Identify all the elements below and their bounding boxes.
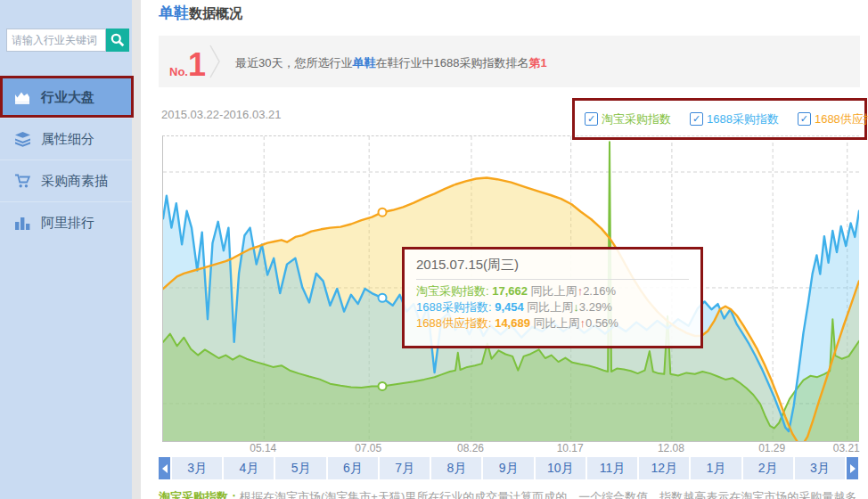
month-tab-4[interactable]: 6月 xyxy=(328,457,378,479)
tooltip-row: 1688采购指数: 9,454 同比上周↓3.29% xyxy=(416,299,689,315)
search-button[interactable] xyxy=(106,29,129,52)
month-tab-8[interactable]: 10月 xyxy=(536,457,585,479)
month-tab-7[interactable]: 9月 xyxy=(483,457,533,479)
pager-prev-button[interactable] xyxy=(159,457,170,479)
page-title-rest: 数据概况 xyxy=(189,5,242,20)
month-tab-11[interactable]: 1月 xyxy=(691,457,741,479)
pager-next-button[interactable] xyxy=(847,457,858,479)
rank-banner: No.1 最近30天，您所选行业单鞋在鞋行业中1688采购指数排名第1 xyxy=(159,36,860,87)
sidebar-item-label: 属性细分 xyxy=(41,131,94,148)
rank-no-value: 1 xyxy=(188,46,206,83)
rank-number: No.1 xyxy=(169,52,206,79)
chart-date-range: 2015.03.22-2016.03.21 xyxy=(161,108,281,121)
x-tick-label: 03.21 xyxy=(833,442,860,454)
legend-item-0[interactable]: ✓淘宝采购指数 xyxy=(585,111,671,127)
legend-label: 1688供应指数 xyxy=(815,111,868,127)
sidebar: 行业大盘属性细分采购商素描阿里排行 xyxy=(0,0,132,499)
rank-text-middle: 在鞋行业中1688采购指数排名 xyxy=(375,56,528,70)
note-text: 根据在淘宝市场(淘宝集市+天猫)里所在行业的成交量计算而成的，一个综合数值，指数… xyxy=(240,490,856,499)
page-title: 单鞋数据概况 xyxy=(159,3,242,23)
search-icon xyxy=(110,32,126,48)
sidebar-menu: 行业大盘属性细分采购商素描阿里排行 xyxy=(0,76,132,243)
index-definition-note: 淘宝采购指数：根据在淘宝市场(淘宝集市+天猫)里所在行业的成交量计算而成的，一个… xyxy=(159,489,856,499)
x-tick-label: 12.08 xyxy=(658,442,684,454)
sidebar-item-attribute-segment[interactable]: 属性细分 xyxy=(0,118,132,160)
rank-text-prefix: 最近30天，您所选行业 xyxy=(235,56,352,70)
sidebar-item-label: 阿里排行 xyxy=(41,215,94,232)
x-tick-label: 10.17 xyxy=(557,442,584,454)
tooltip-date: 2015.07.15(周三) xyxy=(416,257,689,280)
legend-item-2[interactable]: ✓1688供应指数 xyxy=(798,111,868,127)
divider-chevron-icon xyxy=(209,44,221,79)
checkbox-checked-icon[interactable]: ✓ xyxy=(798,112,811,126)
rank-text-rank: 第1 xyxy=(528,56,546,70)
sidebar-item-ali-ranking[interactable]: 阿里排行 xyxy=(0,201,132,243)
x-tick-label: 01.29 xyxy=(758,442,785,454)
x-tick-label: 05.14 xyxy=(250,442,276,454)
month-tab-9[interactable]: 11月 xyxy=(587,457,637,479)
month-tab-6[interactable]: 8月 xyxy=(431,457,481,479)
layers-icon xyxy=(14,132,31,147)
legend-label: 淘宝采购指数 xyxy=(602,111,671,127)
sidebar-item-industry-market[interactable]: 行业大盘 xyxy=(0,76,132,118)
bar-chart-icon xyxy=(14,216,31,231)
x-tick-label: 08.26 xyxy=(457,442,484,454)
annotation-box-legend: ✓淘宝采购指数✓1688采购指数✓1688供应指数 xyxy=(572,98,867,140)
month-tab-3[interactable]: 5月 xyxy=(275,457,325,479)
rank-text-keyword: 单鞋 xyxy=(352,56,375,70)
month-tab-12[interactable]: 2月 xyxy=(743,457,793,479)
checkbox-checked-icon[interactable]: ✓ xyxy=(585,112,598,126)
legend-item-1[interactable]: ✓1688采购指数 xyxy=(690,111,779,127)
tooltip-rows: 淘宝采购指数: 17,662 同比上周↑2.16%1688采购指数: 9,454… xyxy=(416,283,689,331)
month-tab-10[interactable]: 12月 xyxy=(639,457,689,479)
month-tab-13[interactable]: 3月 xyxy=(795,457,845,479)
industry-index-dashboard: 行业大盘属性细分采购商素描阿里排行 单鞋数据概况 No.1 最近30天，您所选行… xyxy=(0,0,868,499)
month-tab-2[interactable]: 4月 xyxy=(224,457,274,479)
tooltip-row: 1688供应指数: 14,689 同比上周↑0.56% xyxy=(416,315,689,331)
page-title-keyword: 单鞋 xyxy=(159,4,189,21)
checkbox-checked-icon[interactable]: ✓ xyxy=(690,112,703,126)
month-tab-1[interactable]: 3月 xyxy=(172,457,222,479)
area-chart-icon xyxy=(14,90,31,105)
tooltip-row: 淘宝采购指数: 17,662 同比上周↑2.16% xyxy=(416,283,689,299)
industry-search xyxy=(6,29,129,52)
chevron-left-icon xyxy=(162,464,168,473)
note-label: 淘宝采购指数： xyxy=(159,490,240,499)
chart-tooltip: 2015.07.15(周三) 淘宝采购指数: 17,662 同比上周↑2.16%… xyxy=(402,247,703,348)
month-pager: 3月4月5月6月7月8月9月10月11月12月1月2月3月 xyxy=(159,457,858,479)
sidebar-item-label: 行业大盘 xyxy=(41,89,94,106)
search-input[interactable] xyxy=(6,29,106,52)
x-tick-label: 07.05 xyxy=(355,442,381,454)
sidebar-divider xyxy=(132,0,141,499)
legend-label: 1688采购指数 xyxy=(707,111,779,127)
rank-no-label: No. xyxy=(169,65,188,78)
cart-icon xyxy=(14,174,31,189)
x-axis-labels: 05.1407.0508.2610.1712.0801.2903.21 xyxy=(162,442,858,456)
sidebar-item-label: 采购商素描 xyxy=(41,173,108,190)
sidebar-item-buyer-profile[interactable]: 采购商素描 xyxy=(0,160,132,201)
chevron-right-icon xyxy=(850,464,856,473)
month-tab-5[interactable]: 7月 xyxy=(380,457,430,479)
rank-description: 最近30天，您所选行业单鞋在鞋行业中1688采购指数排名第1 xyxy=(235,55,547,71)
